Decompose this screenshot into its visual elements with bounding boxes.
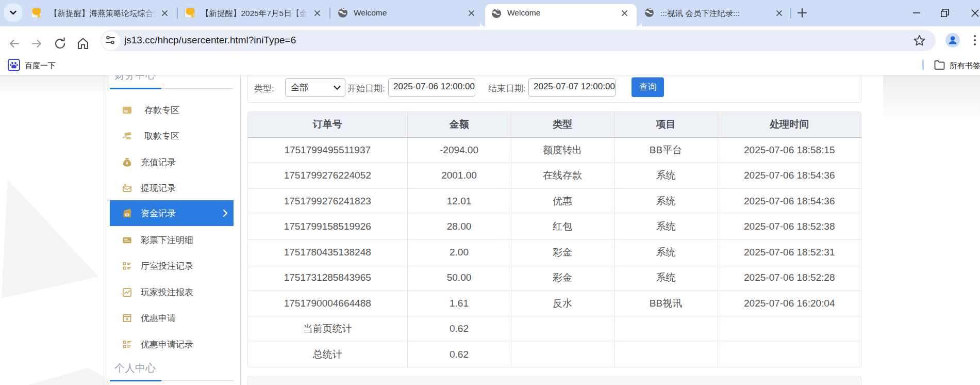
svg-text:¥: ¥ <box>126 161 128 166</box>
svg-text:¥: ¥ <box>126 316 128 322</box>
